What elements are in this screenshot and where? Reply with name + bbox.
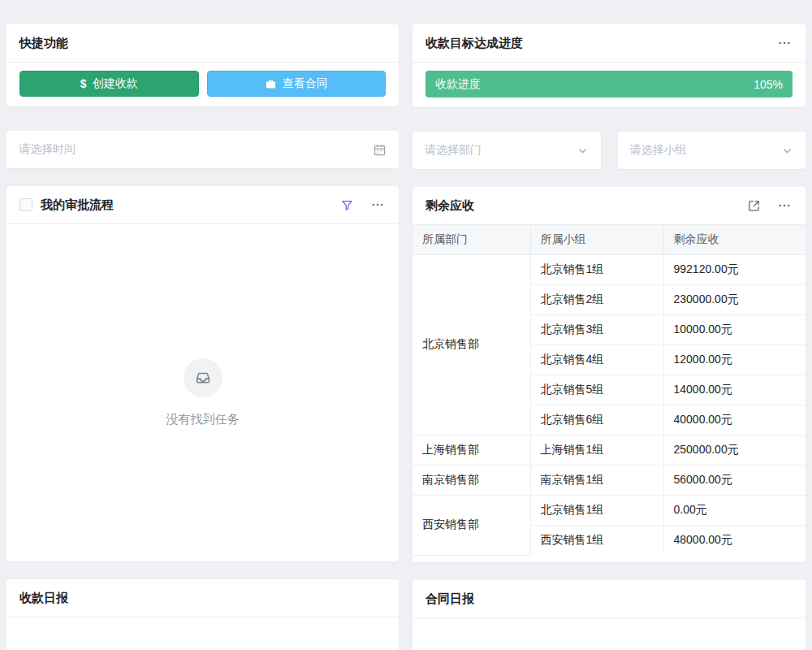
- card-title: 合同日报: [425, 592, 474, 607]
- quick-functions-header: 快捷功能: [6, 24, 399, 63]
- amount-cell: 10000.00元: [663, 314, 806, 344]
- dept-cell: 北京销售部: [412, 254, 530, 435]
- select-all-checkbox[interactable]: [19, 198, 32, 211]
- more-options-icon[interactable]: [776, 35, 793, 51]
- table-row: 上海销售部 上海销售1组 250000.00元: [412, 435, 806, 465]
- time-filter-row: 请选择时间: [6, 131, 399, 168]
- card-title: 收款日报: [19, 591, 68, 606]
- amount-cell: 0.00元: [663, 495, 806, 525]
- group-cell: 南京销售1组: [530, 465, 663, 495]
- payment-daily-header: 收款日报: [6, 579, 399, 618]
- group-cell: 北京销售5组: [530, 375, 663, 405]
- view-contract-label: 查看合同: [283, 76, 328, 91]
- department-select[interactable]: 请选择部门: [412, 132, 601, 169]
- dept-cell: 南京销售部: [412, 465, 530, 495]
- empty-state-text: 没有找到任务: [166, 412, 240, 427]
- view-contract-button[interactable]: 查看合同: [207, 71, 387, 97]
- amount-cell: 48000.00元: [663, 525, 806, 555]
- group-placeholder: 请选择小组: [630, 143, 687, 158]
- group-cell: 北京销售6组: [530, 405, 663, 435]
- amount-cell: 40000.00元: [663, 405, 806, 435]
- group-select[interactable]: 请选择小组: [618, 132, 806, 169]
- col-header-group: 所属小组: [530, 225, 663, 254]
- dept-cell: 上海销售部: [412, 435, 530, 465]
- card-title: 剩余应收: [425, 198, 474, 214]
- group-cell: 北京销售3组: [530, 314, 663, 344]
- group-cell: 北京销售2组: [530, 284, 663, 314]
- group-cell: 西安销售1组: [530, 525, 663, 555]
- group-cell: 北京销售1组: [530, 254, 663, 284]
- amount-cell: 56000.00元: [663, 465, 806, 495]
- dashboard-page: 快捷功能 $ 创建收款 查看合同 请选择时间: [0, 0, 812, 650]
- chevron-down-icon: [577, 145, 589, 157]
- group-cell: 北京销售4组: [530, 344, 663, 375]
- table-row: 北京销售部 北京销售1组 992120.00元: [412, 254, 806, 284]
- open-external-icon[interactable]: [745, 197, 762, 214]
- more-options-icon[interactable]: [776, 197, 793, 214]
- progress-value: 105%: [754, 78, 783, 91]
- department-placeholder: 请选择部门: [425, 143, 482, 158]
- chevron-down-icon: [781, 145, 793, 157]
- progress-card: 收款目标达成进度 收款进度 105%: [412, 24, 806, 107]
- right-column: 收款目标达成进度 收款进度 105% 请选择部门: [412, 24, 806, 650]
- create-payment-button[interactable]: $ 创建收款: [19, 71, 199, 97]
- contract-daily-header: 合同日报: [412, 580, 806, 618]
- table-row: 南京销售部 南京销售1组 56000.00元: [412, 465, 806, 495]
- col-header-amount: 剩余应收: [663, 225, 806, 254]
- empty-inbox-icon: [184, 358, 222, 397]
- col-header-dept: 所属部门: [412, 225, 530, 254]
- group-cell: 北京销售1组: [530, 495, 663, 525]
- table-row: 西安销售部 北京销售1组 0.00元: [412, 495, 806, 525]
- amount-cell: 14000.00元: [663, 375, 806, 405]
- receivables-table: 所属部门 所属小组 剩余应收 北京销售部 北京销售1组 992120.00元 北…: [412, 225, 806, 556]
- create-payment-label: 创建收款: [93, 76, 138, 91]
- approval-header-actions: [339, 197, 386, 213]
- dept-cell: 西安销售部: [412, 495, 530, 555]
- contract-daily-card: 合同日报: [412, 580, 806, 650]
- amount-cell: 230000.00元: [663, 284, 806, 314]
- quick-functions-card: 快捷功能 $ 创建收款 查看合同: [6, 24, 399, 106]
- dollar-icon: $: [80, 77, 87, 90]
- filter-icon[interactable]: [339, 197, 355, 213]
- left-column: 快捷功能 $ 创建收款 查看合同 请选择时间: [6, 24, 399, 650]
- table-header-row: 所属部门 所属小组 剩余应收: [412, 225, 806, 254]
- more-options-icon[interactable]: [369, 197, 386, 213]
- approval-header: 我的审批流程: [6, 186, 399, 224]
- card-title: 收款目标达成进度: [425, 36, 523, 51]
- payment-progress-bar: 收款进度 105%: [425, 71, 793, 98]
- quick-actions: $ 创建收款 查看合同: [6, 63, 399, 106]
- amount-cell: 250000.00元: [663, 435, 806, 465]
- card-title: 快捷功能: [19, 36, 68, 51]
- amount-cell: 992120.00元: [663, 254, 806, 284]
- receivables-card: 剩余应收 所属部门 所属小组 剩余应收: [412, 187, 806, 562]
- time-placeholder: 请选择时间: [19, 142, 76, 157]
- payment-daily-card: 收款日报: [6, 579, 399, 650]
- dept-group-filter-row: 请选择部门 请选择小组: [412, 132, 806, 169]
- approval-process-card: 我的审批流程 没有找到任务: [6, 186, 399, 561]
- progress-label: 收款进度: [435, 77, 481, 92]
- receivables-header-actions: [745, 197, 793, 214]
- time-select-input[interactable]: 请选择时间: [6, 131, 399, 168]
- calendar-icon: [373, 143, 387, 157]
- card-title: 我的审批流程: [41, 197, 114, 213]
- progress-container: 收款进度 105%: [412, 63, 806, 107]
- receivables-header: 剩余应收: [412, 187, 806, 225]
- briefcase-icon: [265, 78, 277, 90]
- progress-header: 收款目标达成进度: [412, 24, 806, 63]
- amount-cell: 12000.00元: [663, 344, 806, 375]
- group-cell: 上海销售1组: [530, 435, 663, 465]
- approval-empty-state: 没有找到任务: [6, 224, 399, 561]
- progress-header-actions: [776, 35, 793, 51]
